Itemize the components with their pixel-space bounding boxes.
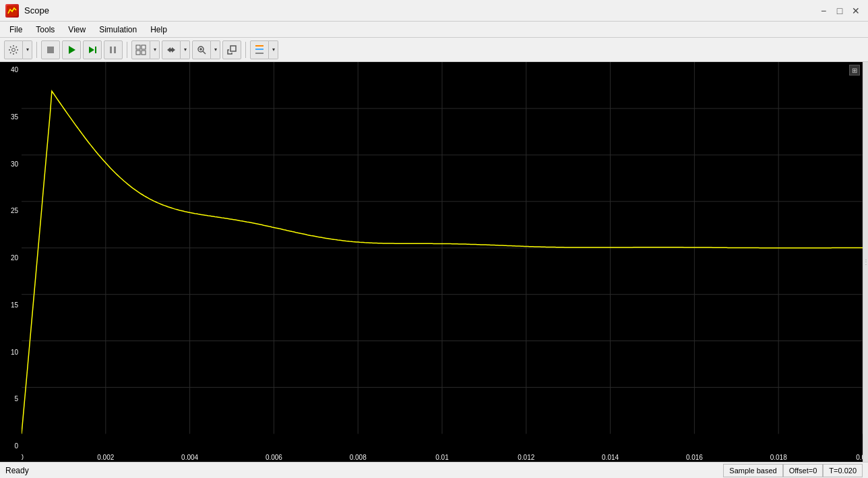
x-label-0.01: 0.01 xyxy=(435,454,449,461)
y-label-15: 15 xyxy=(1,301,20,309)
menu-tools[interactable]: Tools xyxy=(29,24,61,36)
settings-button[interactable] xyxy=(4,40,23,59)
toolbar: ▾ xyxy=(0,38,868,62)
svg-rect-5 xyxy=(95,47,96,53)
svg-rect-21 xyxy=(255,49,264,50)
x-label-0.008: 0.008 xyxy=(350,454,367,461)
settings-dropdown[interactable]: ▾ xyxy=(23,40,32,59)
menu-simulation[interactable]: Simulation xyxy=(92,24,144,36)
window-title: Scope xyxy=(24,5,817,16)
x-label-0.016: 0.016 xyxy=(686,454,703,461)
maximize-button[interactable]: □ xyxy=(833,4,846,18)
menu-file[interactable]: File xyxy=(3,24,29,36)
svg-marker-4 xyxy=(89,47,94,53)
settings-group: ▾ xyxy=(4,40,32,59)
svg-rect-19 xyxy=(230,46,236,51)
y-label-30: 30 xyxy=(1,160,20,168)
y-label-0: 0 xyxy=(1,442,20,450)
time-label: T=0.020 xyxy=(823,464,863,477)
offset-label: Offset=0 xyxy=(783,464,824,477)
step-button[interactable] xyxy=(83,40,102,59)
y-label-25: 25 xyxy=(1,207,20,214)
x-label-0.006: 0.006 xyxy=(266,454,282,461)
menubar: File Tools View Simulation Help xyxy=(0,22,868,38)
window-controls: − □ ✕ xyxy=(817,4,863,18)
x-label-0.002: 0.002 xyxy=(97,454,114,461)
y-axis: 40 35 30 25 20 15 10 5 0 xyxy=(0,62,22,462)
status-right: Sample based Offset=0 T=0.020 xyxy=(723,464,863,477)
plot-container[interactable]: ⊞ xyxy=(22,62,863,462)
run-button[interactable] xyxy=(62,40,81,59)
svg-line-16 xyxy=(203,51,206,54)
svg-rect-10 xyxy=(136,51,140,55)
y-label-35: 35 xyxy=(1,113,20,121)
style-button[interactable] xyxy=(250,40,269,59)
sep3 xyxy=(245,42,246,58)
layout-group: ▾ xyxy=(131,40,160,59)
x-label-0.004: 0.004 xyxy=(181,454,198,461)
style-dropdown[interactable]: ▾ xyxy=(269,40,278,59)
plot-svg: 00.0020.0040.0060.0080.010.0120.0140.016… xyxy=(22,62,863,462)
close-button[interactable]: ✕ xyxy=(849,4,863,18)
status-ready: Ready xyxy=(5,466,723,475)
minimize-button[interactable]: − xyxy=(817,4,830,18)
svg-rect-2 xyxy=(47,47,54,53)
scope-area: 40 35 30 25 20 15 10 5 0 ⊞ xyxy=(0,62,868,462)
sep1 xyxy=(36,42,37,58)
nav-group: ▾ xyxy=(162,40,190,59)
statusbar: Ready Sample based Offset=0 T=0.020 xyxy=(0,462,868,478)
x-label-0.014: 0.014 xyxy=(602,454,619,461)
sep2 xyxy=(127,42,127,58)
style-group: ▾ xyxy=(250,40,278,59)
x-label-0: 0 xyxy=(22,454,24,461)
zoom-dropdown[interactable]: ▾ xyxy=(211,40,220,59)
y-label-5: 5 xyxy=(1,395,20,402)
app-icon xyxy=(5,4,19,18)
layout-button[interactable] xyxy=(131,40,150,59)
y-label-20: 20 xyxy=(1,254,20,262)
svg-rect-8 xyxy=(136,45,140,49)
svg-rect-6 xyxy=(110,47,112,53)
stop-button[interactable] xyxy=(41,40,60,59)
titlebar: Scope − □ ✕ xyxy=(0,0,868,22)
svg-rect-11 xyxy=(142,51,146,55)
pause-button[interactable] xyxy=(104,40,123,59)
svg-point-1 xyxy=(12,48,16,51)
nav-button[interactable] xyxy=(162,40,181,59)
sample-based-label: Sample based xyxy=(723,464,782,477)
restore-button[interactable] xyxy=(222,40,241,59)
svg-rect-7 xyxy=(114,47,116,53)
expand-button[interactable]: ⊞ xyxy=(849,65,860,76)
menu-help[interactable]: Help xyxy=(144,24,174,36)
y-label-40: 40 xyxy=(1,66,20,73)
svg-rect-22 xyxy=(255,45,264,47)
x-label-0.02: 0.02 xyxy=(856,454,863,461)
svg-rect-14 xyxy=(170,49,173,51)
svg-marker-3 xyxy=(69,46,75,54)
zoom-button[interactable] xyxy=(192,40,211,59)
svg-rect-20 xyxy=(255,53,264,54)
x-label-0.018: 0.018 xyxy=(770,454,787,461)
right-resize-handle[interactable]: ⋮ xyxy=(863,62,868,462)
x-label-0.012: 0.012 xyxy=(518,454,534,461)
zoom-group: ▾ xyxy=(192,40,220,59)
y-label-10: 10 xyxy=(1,349,20,356)
svg-rect-9 xyxy=(142,45,146,49)
layout-dropdown[interactable]: ▾ xyxy=(150,40,160,59)
menu-view[interactable]: View xyxy=(61,24,92,36)
nav-dropdown[interactable]: ▾ xyxy=(181,40,190,59)
